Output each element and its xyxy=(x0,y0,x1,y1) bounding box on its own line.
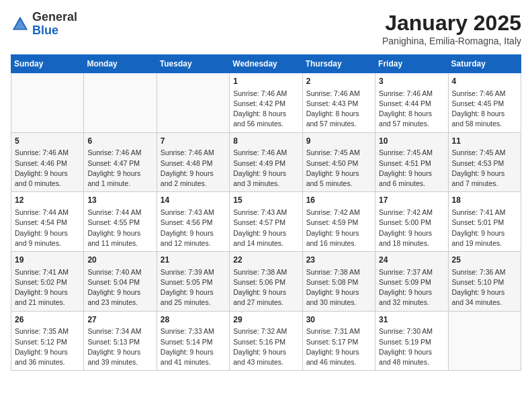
day-number: 10 xyxy=(379,136,444,147)
day-info: Sunrise: 7:41 AMSunset: 5:02 PMDaylight:… xyxy=(15,267,80,308)
day-info: Sunrise: 7:44 AMSunset: 4:55 PMDaylight:… xyxy=(87,208,152,248)
calendar-cell: 21Sunrise: 7:39 AMSunset: 5:05 PMDayligh… xyxy=(157,252,229,312)
calendar-cell: 27Sunrise: 7:34 AMSunset: 5:13 PMDayligh… xyxy=(84,311,157,371)
calendar-cell: 20Sunrise: 7:40 AMSunset: 5:04 PMDayligh… xyxy=(84,252,157,312)
day-number: 31 xyxy=(379,314,444,326)
day-info: Sunrise: 7:32 AMSunset: 5:16 PMDaylight:… xyxy=(233,326,298,367)
day-number: 14 xyxy=(161,195,226,206)
weekday-header: Monday xyxy=(84,55,157,73)
day-info: Sunrise: 7:31 AMSunset: 5:17 PMDaylight:… xyxy=(306,326,371,367)
day-number: 7 xyxy=(161,136,226,147)
calendar-cell: 8Sunrise: 7:46 AMSunset: 4:49 PMDaylight… xyxy=(230,132,302,192)
calendar-cell: 30Sunrise: 7:31 AMSunset: 5:17 PMDayligh… xyxy=(302,311,375,371)
calendar-week-row: 1Sunrise: 7:46 AMSunset: 4:42 PMDaylight… xyxy=(11,73,521,133)
day-info: Sunrise: 7:43 AMSunset: 4:56 PMDaylight:… xyxy=(161,208,226,248)
logo: General Blue xyxy=(11,11,77,38)
day-info: Sunrise: 7:46 AMSunset: 4:42 PMDaylight:… xyxy=(233,89,298,130)
day-number: 13 xyxy=(87,195,152,206)
day-number: 24 xyxy=(379,255,444,266)
calendar-cell xyxy=(448,311,521,371)
day-info: Sunrise: 7:44 AMSunset: 4:54 PMDaylight:… xyxy=(15,208,80,248)
calendar-week-row: 5Sunrise: 7:46 AMSunset: 4:46 PMDaylight… xyxy=(11,132,521,192)
month-title: January 2025 xyxy=(382,11,521,36)
calendar: SundayMondayTuesdayWednesdayThursdayFrid… xyxy=(11,54,521,371)
calendar-cell: 5Sunrise: 7:46 AMSunset: 4:46 PMDaylight… xyxy=(11,132,84,192)
calendar-cell: 1Sunrise: 7:46 AMSunset: 4:42 PMDaylight… xyxy=(230,73,302,133)
calendar-cell: 25Sunrise: 7:36 AMSunset: 5:10 PMDayligh… xyxy=(448,252,521,312)
calendar-cell: 29Sunrise: 7:32 AMSunset: 5:16 PMDayligh… xyxy=(230,311,302,371)
calendar-cell xyxy=(11,73,84,133)
weekday-header: Friday xyxy=(375,55,448,73)
calendar-cell: 17Sunrise: 7:42 AMSunset: 5:00 PMDayligh… xyxy=(375,192,448,252)
day-number: 15 xyxy=(233,195,298,206)
calendar-cell: 31Sunrise: 7:30 AMSunset: 5:19 PMDayligh… xyxy=(375,311,448,371)
page-header: General Blue January 2025 Panighina, Emi… xyxy=(11,11,521,46)
day-info: Sunrise: 7:37 AMSunset: 5:09 PMDaylight:… xyxy=(379,267,444,308)
day-info: Sunrise: 7:46 AMSunset: 4:43 PMDaylight:… xyxy=(306,89,371,130)
day-number: 9 xyxy=(306,136,371,147)
weekday-header: Thursday xyxy=(302,55,375,73)
day-info: Sunrise: 7:34 AMSunset: 5:13 PMDaylight:… xyxy=(87,326,152,367)
day-number: 8 xyxy=(233,136,298,147)
calendar-week-row: 19Sunrise: 7:41 AMSunset: 5:02 PMDayligh… xyxy=(11,252,521,312)
day-info: Sunrise: 7:41 AMSunset: 5:01 PMDaylight:… xyxy=(452,208,517,248)
weekday-header: Sunday xyxy=(11,55,84,73)
calendar-cell: 16Sunrise: 7:42 AMSunset: 4:59 PMDayligh… xyxy=(302,192,375,252)
day-info: Sunrise: 7:46 AMSunset: 4:48 PMDaylight:… xyxy=(161,148,226,189)
day-info: Sunrise: 7:42 AMSunset: 5:00 PMDaylight:… xyxy=(379,208,444,248)
calendar-cell: 28Sunrise: 7:33 AMSunset: 5:14 PMDayligh… xyxy=(157,311,229,371)
day-number: 17 xyxy=(379,195,444,206)
day-number: 27 xyxy=(87,314,152,326)
day-info: Sunrise: 7:46 AMSunset: 4:47 PMDaylight:… xyxy=(87,148,152,189)
day-info: Sunrise: 7:30 AMSunset: 5:19 PMDaylight:… xyxy=(379,326,444,367)
day-info: Sunrise: 7:45 AMSunset: 4:53 PMDaylight:… xyxy=(452,148,517,189)
weekday-header: Tuesday xyxy=(157,55,229,73)
day-info: Sunrise: 7:42 AMSunset: 4:59 PMDaylight:… xyxy=(306,208,371,248)
day-number: 12 xyxy=(15,195,80,206)
day-info: Sunrise: 7:43 AMSunset: 4:57 PMDaylight:… xyxy=(233,208,298,248)
day-number: 19 xyxy=(15,255,80,266)
calendar-cell xyxy=(84,73,157,133)
calendar-cell: 24Sunrise: 7:37 AMSunset: 5:09 PMDayligh… xyxy=(375,252,448,312)
day-number: 16 xyxy=(306,195,371,206)
calendar-cell: 15Sunrise: 7:43 AMSunset: 4:57 PMDayligh… xyxy=(230,192,302,252)
calendar-cell: 10Sunrise: 7:45 AMSunset: 4:51 PMDayligh… xyxy=(375,132,448,192)
title-block: January 2025 Panighina, Emilia-Romagna, … xyxy=(382,11,521,46)
calendar-header-row: SundayMondayTuesdayWednesdayThursdayFrid… xyxy=(11,55,521,73)
calendar-cell: 26Sunrise: 7:35 AMSunset: 5:12 PMDayligh… xyxy=(11,311,84,371)
calendar-cell: 9Sunrise: 7:45 AMSunset: 4:50 PMDaylight… xyxy=(302,132,375,192)
day-info: Sunrise: 7:35 AMSunset: 5:12 PMDaylight:… xyxy=(15,326,80,367)
calendar-cell xyxy=(157,73,229,133)
calendar-cell: 3Sunrise: 7:46 AMSunset: 4:44 PMDaylight… xyxy=(375,73,448,133)
calendar-week-row: 26Sunrise: 7:35 AMSunset: 5:12 PMDayligh… xyxy=(11,311,521,371)
day-info: Sunrise: 7:46 AMSunset: 4:45 PMDaylight:… xyxy=(452,89,517,130)
calendar-week-row: 12Sunrise: 7:44 AMSunset: 4:54 PMDayligh… xyxy=(11,192,521,252)
day-info: Sunrise: 7:46 AMSunset: 4:46 PMDaylight:… xyxy=(15,148,80,189)
weekday-header: Wednesday xyxy=(230,55,302,73)
day-number: 28 xyxy=(161,314,226,326)
day-info: Sunrise: 7:45 AMSunset: 4:51 PMDaylight:… xyxy=(379,148,444,189)
calendar-cell: 6Sunrise: 7:46 AMSunset: 4:47 PMDaylight… xyxy=(84,132,157,192)
calendar-cell: 2Sunrise: 7:46 AMSunset: 4:43 PMDaylight… xyxy=(302,73,375,133)
day-number: 30 xyxy=(306,314,371,326)
day-number: 1 xyxy=(233,76,298,87)
calendar-cell: 11Sunrise: 7:45 AMSunset: 4:53 PMDayligh… xyxy=(448,132,521,192)
day-number: 22 xyxy=(233,255,298,266)
calendar-cell: 7Sunrise: 7:46 AMSunset: 4:48 PMDaylight… xyxy=(157,132,229,192)
location: Panighina, Emilia-Romagna, Italy xyxy=(382,36,521,46)
day-info: Sunrise: 7:46 AMSunset: 4:44 PMDaylight:… xyxy=(379,89,444,130)
day-number: 29 xyxy=(233,314,298,326)
day-info: Sunrise: 7:45 AMSunset: 4:50 PMDaylight:… xyxy=(306,148,371,189)
calendar-cell: 18Sunrise: 7:41 AMSunset: 5:01 PMDayligh… xyxy=(448,192,521,252)
day-number: 20 xyxy=(87,255,152,266)
day-info: Sunrise: 7:33 AMSunset: 5:14 PMDaylight:… xyxy=(161,326,226,367)
day-info: Sunrise: 7:36 AMSunset: 5:10 PMDaylight:… xyxy=(452,267,517,308)
day-number: 3 xyxy=(379,76,444,87)
calendar-cell: 4Sunrise: 7:46 AMSunset: 4:45 PMDaylight… xyxy=(448,73,521,133)
day-info: Sunrise: 7:46 AMSunset: 4:49 PMDaylight:… xyxy=(233,148,298,189)
calendar-cell: 19Sunrise: 7:41 AMSunset: 5:02 PMDayligh… xyxy=(11,252,84,312)
day-info: Sunrise: 7:38 AMSunset: 5:08 PMDaylight:… xyxy=(306,267,371,308)
day-number: 5 xyxy=(15,136,80,147)
day-number: 11 xyxy=(452,136,517,147)
day-info: Sunrise: 7:38 AMSunset: 5:06 PMDaylight:… xyxy=(233,267,298,308)
